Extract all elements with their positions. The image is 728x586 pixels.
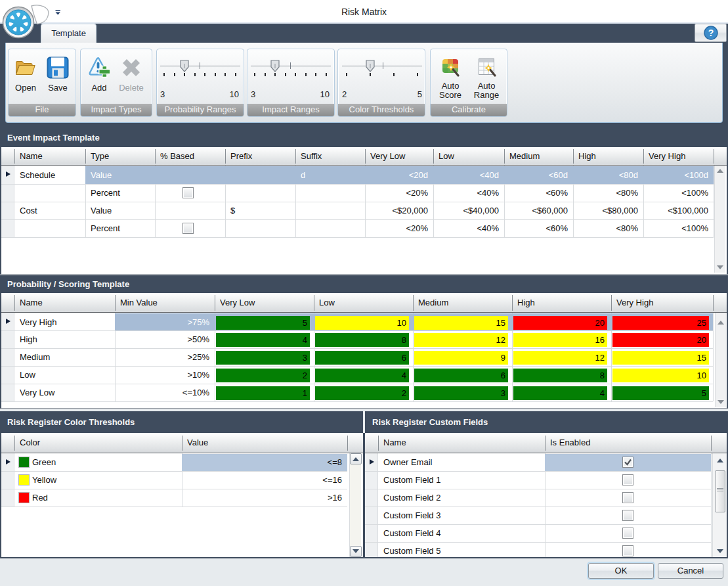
svg-text:?: ? [708,28,714,38]
